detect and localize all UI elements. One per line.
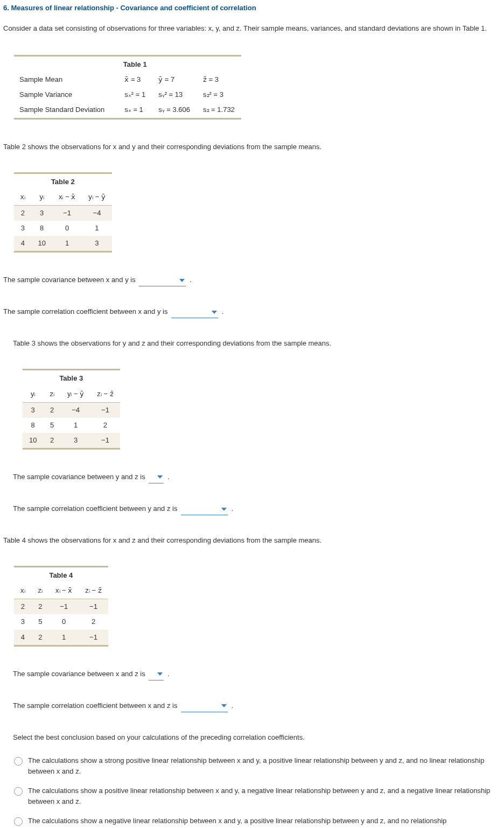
t1-var-z: s₂² = 3 — [197, 87, 241, 102]
table-row: 32−4−1 — [23, 402, 120, 418]
t4-h1: xᵢ — [14, 583, 32, 599]
chevron-down-icon — [157, 671, 163, 677]
svg-marker-4 — [157, 672, 163, 676]
t2-h1: xᵢ — [14, 190, 32, 206]
dropdown-corr-xy[interactable] — [171, 306, 218, 318]
table-row: 3801 — [14, 221, 112, 236]
q-cov-xy: The sample covariance between x and y is… — [3, 274, 501, 286]
table-2: Table 2 xᵢ yᵢ xᵢ − x̄ yᵢ − ȳ 23−1−4 3801… — [14, 172, 112, 252]
table-row: 421−1 — [14, 630, 108, 646]
dropdown-corr-yz[interactable] — [181, 503, 228, 515]
table-1: Table 1 Sample Mean x̄ = 3 ȳ = 7 z̄ = 3 … — [14, 55, 241, 119]
svg-marker-3 — [221, 508, 227, 511]
table4-title: Table 4 — [14, 567, 108, 584]
radio-icon — [14, 817, 23, 826]
t1-sd-lbl: Sample Standard Deviation — [14, 102, 118, 118]
chevron-down-icon — [221, 507, 227, 512]
table-4: Table 4 xᵢ zᵢ xᵢ − x̄ zᵢ − z̄ 22−1−1 350… — [14, 566, 108, 646]
t1-var-y: sᵧ² = 13 — [152, 87, 197, 102]
t1-mean-lbl: Sample Mean — [14, 72, 118, 87]
table1-title: Table 1 — [118, 56, 152, 73]
table-row: 23−1−4 — [14, 205, 112, 221]
dropdown-cov-xz[interactable] — [149, 668, 164, 680]
t1-var-x: sₓ² = 1 — [118, 87, 152, 102]
svg-marker-0 — [179, 279, 185, 282]
chevron-down-icon — [212, 310, 217, 315]
table-row: 41013 — [14, 236, 112, 252]
mc-text-a: The calculations show a strong positive … — [28, 755, 501, 777]
svg-marker-1 — [212, 311, 217, 314]
t2-h2: yᵢ — [32, 190, 52, 206]
t4-h3: xᵢ − x̄ — [49, 583, 79, 599]
t1-sd-x: sₓ = 1 — [118, 102, 152, 118]
svg-marker-2 — [157, 475, 163, 479]
q-corr-xz: The sample correlation coefficient betwe… — [13, 700, 501, 712]
table-row: 8512 — [23, 418, 120, 433]
radio-icon — [14, 757, 23, 766]
question-title: 6. Measures of linear relationship - Cov… — [3, 2, 501, 14]
t2-h4: yᵢ − ȳ — [82, 190, 111, 206]
chevron-down-icon — [179, 278, 185, 283]
intro-text: Consider a data set consisting of observ… — [3, 23, 501, 34]
table-row: 22−1−1 — [14, 599, 108, 615]
t1-mean-z: z̄ = 3 — [197, 72, 241, 87]
t4-h4: zᵢ − z̄ — [79, 583, 108, 599]
table2-title: Table 2 — [14, 173, 112, 190]
t3-h4: zᵢ − z̄ — [90, 387, 120, 403]
table3-title: Table 3 — [23, 370, 120, 387]
mc-text-b: The calculations show a positive linear … — [28, 785, 501, 807]
para-table2: Table 2 shows the observations for x and… — [3, 141, 501, 153]
mc-text-c: The calculations show a negative linear … — [28, 816, 501, 826]
para-table3: Table 3 shows the observations for y and… — [13, 338, 501, 349]
q-corr-yz: The sample correlation coefficient betwe… — [13, 503, 501, 515]
dropdown-corr-xz[interactable] — [181, 700, 228, 712]
t3-h1: yᵢ — [23, 387, 43, 403]
dropdown-cov-xy[interactable] — [139, 274, 186, 286]
mc-option-b[interactable]: The calculations show a positive linear … — [14, 785, 501, 807]
t1-var-lbl: Sample Variance — [14, 87, 118, 102]
q-cov-yz: The sample covariance between y and z is… — [13, 471, 501, 483]
radio-icon — [14, 787, 23, 796]
table-row: 1023−1 — [23, 433, 120, 449]
svg-marker-5 — [221, 704, 227, 707]
conclusion-prompt: Select the best conclusion based on your… — [13, 732, 501, 743]
t4-h2: zᵢ — [32, 583, 50, 599]
mc-option-a[interactable]: The calculations show a strong positive … — [14, 755, 501, 777]
mc-option-c[interactable]: The calculations show a negative linear … — [14, 816, 501, 826]
para-table4: Table 4 shows the observations for x and… — [3, 535, 501, 546]
t2-h3: xᵢ − x̄ — [52, 190, 82, 206]
q-corr-xy: The sample correlation coefficient betwe… — [3, 306, 501, 318]
t1-sd-y: sᵧ = 3.606 — [152, 102, 197, 118]
dropdown-cov-yz[interactable] — [149, 471, 164, 483]
chevron-down-icon — [157, 474, 163, 480]
t1-sd-z: s₂ = 1.732 — [197, 102, 241, 118]
chevron-down-icon — [221, 703, 227, 708]
table-3: Table 3 yᵢ zᵢ yᵢ − ȳ zᵢ − z̄ 32−4−1 8512… — [23, 369, 120, 449]
t1-mean-y: ȳ = 7 — [152, 72, 197, 87]
t1-mean-x: x̄ = 3 — [118, 72, 152, 87]
table-row: 3502 — [14, 614, 108, 629]
t3-h2: zᵢ — [43, 387, 61, 403]
q-cov-xz: The sample covariance between x and z is… — [13, 668, 501, 680]
t3-h3: yᵢ − ȳ — [61, 387, 90, 403]
